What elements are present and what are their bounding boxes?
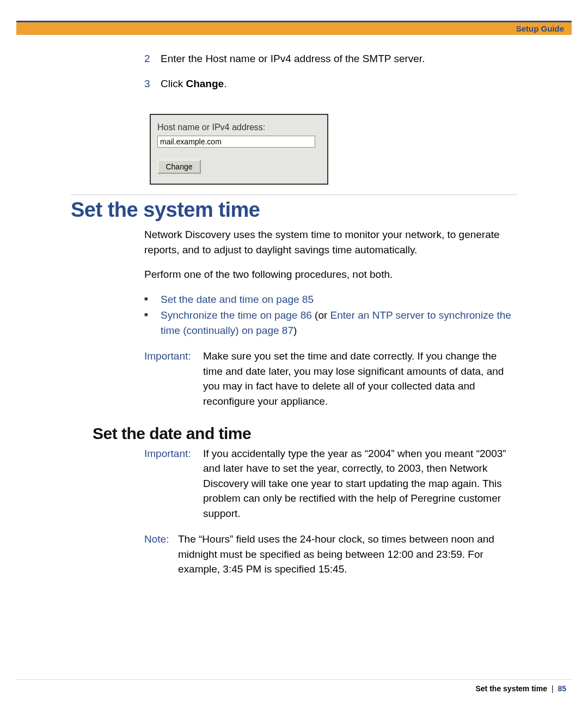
step-3-text: Click Change. bbox=[161, 76, 517, 92]
bullet-marker: ■ bbox=[144, 308, 161, 338]
smtp-label: Host name or IPv4 address: bbox=[157, 123, 321, 132]
step-2-text: Enter the Host name or IPv4 address of t… bbox=[161, 51, 517, 66]
bullet-2-body: Synchronize the time on page 86 (or Ente… bbox=[161, 308, 517, 338]
step-2: 2 Enter the Host name or IPv4 address of… bbox=[144, 51, 517, 66]
important-label: Important: bbox=[144, 446, 203, 521]
step-3-suffix: . bbox=[224, 78, 226, 89]
important-2-text: If you accidentally type the year as “20… bbox=[203, 446, 517, 521]
footer: Set the system time | 85 bbox=[476, 684, 567, 693]
smtp-box-container: Host name or IPv4 address: Change bbox=[150, 114, 517, 185]
subsection-heading: Set the date and time bbox=[93, 424, 517, 443]
step-3-number: 3 bbox=[144, 76, 161, 92]
paragraph-1: Network Discovery uses the system time t… bbox=[144, 227, 517, 257]
section-divider bbox=[71, 194, 517, 195]
bullet-1: ■ Set the date and time on page 85 bbox=[144, 292, 517, 307]
footer-separator: | bbox=[552, 684, 554, 693]
smtp-host-input[interactable] bbox=[157, 136, 315, 148]
bullet-marker: ■ bbox=[144, 292, 161, 307]
step-2-number: 2 bbox=[144, 51, 161, 66]
bullet-1-body: Set the date and time on page 85 bbox=[161, 292, 517, 307]
footer-page: 85 bbox=[558, 684, 566, 693]
bullet-2-end: ) bbox=[293, 325, 297, 336]
change-button[interactable]: Change bbox=[157, 160, 201, 174]
header-bar: Setup Guide bbox=[16, 21, 572, 35]
step-3: 3 Click Change. bbox=[144, 76, 517, 92]
bullet-2: ■ Synchronize the time on page 86 (or En… bbox=[144, 308, 517, 338]
content: 2 Enter the Host name or IPv4 address of… bbox=[71, 51, 517, 577]
note-1: Note: The “Hours” field uses the 24-hour… bbox=[144, 532, 517, 577]
link-set-date-time[interactable]: Set the date and time on page 85 bbox=[161, 294, 314, 305]
note-label: Note: bbox=[144, 532, 178, 577]
note-1-text: The “Hours” field uses the 24-hour clock… bbox=[178, 532, 517, 577]
section-heading: Set the system time bbox=[71, 198, 517, 222]
important-1: Important: Make sure you set the time an… bbox=[144, 349, 517, 409]
footer-divider bbox=[16, 679, 572, 680]
bullet-2-mid: (or bbox=[312, 309, 330, 321]
header-title: Setup Guide bbox=[516, 24, 564, 33]
step-3-bold: Change bbox=[186, 78, 224, 89]
smtp-box: Host name or IPv4 address: Change bbox=[150, 114, 328, 185]
step-3-prefix: Click bbox=[161, 78, 186, 89]
important-1-text: Make sure you set the time and date corr… bbox=[203, 349, 517, 409]
link-synchronize-time[interactable]: Synchronize the time on page 86 bbox=[161, 309, 312, 321]
paragraph-2: Perform one of the two following procedu… bbox=[144, 267, 517, 282]
important-2: Important: If you accidentally type the … bbox=[144, 446, 517, 521]
footer-section: Set the system time bbox=[476, 684, 548, 693]
important-label: Important: bbox=[144, 349, 203, 409]
